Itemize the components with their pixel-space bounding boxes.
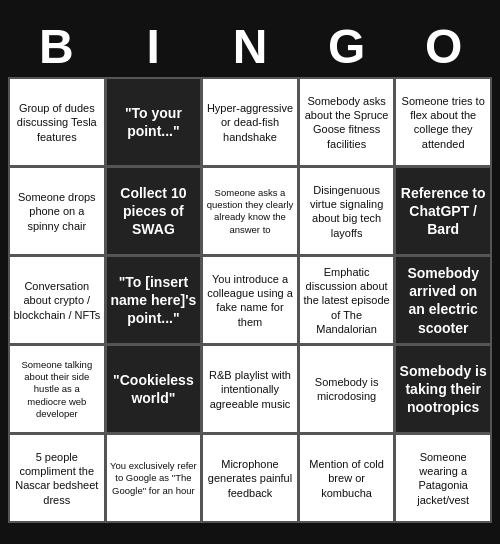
bingo-cell-16: "Cookieless world" <box>107 346 201 432</box>
title-letter-i: I <box>109 21 197 74</box>
bingo-cell-12: You introduce a colleague using a fake n… <box>203 257 297 343</box>
bingo-grid: Group of dudes discussing Tesla features… <box>8 77 492 523</box>
bingo-card: BINGO Group of dudes discussing Tesla fe… <box>0 13 500 532</box>
bingo-cell-3: Somebody asks about the Spruce Goose fit… <box>300 79 394 165</box>
bingo-cell-15: Someone talking about their side hustle … <box>10 346 104 432</box>
bingo-title: BINGO <box>8 21 492 74</box>
bingo-cell-17: R&B playlist with intentionally agreeabl… <box>203 346 297 432</box>
bingo-cell-11: "To [insert name here]'s point..." <box>107 257 201 343</box>
title-letter-b: B <box>12 21 100 74</box>
title-letter-n: N <box>206 21 294 74</box>
bingo-cell-10: Conversation about crypto / blockchain /… <box>10 257 104 343</box>
bingo-cell-18: Somebody is microdosing <box>300 346 394 432</box>
bingo-cell-4: Someone tries to flex about the college … <box>396 79 490 165</box>
title-letter-o: O <box>400 21 488 74</box>
bingo-cell-13: Emphatic discussion about the latest epi… <box>300 257 394 343</box>
bingo-cell-24: Someone wearing a Patagonia jacket/vest <box>396 435 490 521</box>
bingo-cell-0: Group of dudes discussing Tesla features <box>10 79 104 165</box>
bingo-cell-14: Somebody arrived on an electric scooter <box>396 257 490 343</box>
bingo-cell-20: 5 people compliment the Nascar bedsheet … <box>10 435 104 521</box>
bingo-cell-23: Mention of cold brew or kombucha <box>300 435 394 521</box>
bingo-cell-6: Collect 10 pieces of SWAG <box>107 168 201 254</box>
title-letter-g: G <box>303 21 391 74</box>
bingo-cell-8: Disingenuous virtue signaling about big … <box>300 168 394 254</box>
bingo-cell-22: Microphone generates painful feedback <box>203 435 297 521</box>
bingo-cell-1: "To your point..." <box>107 79 201 165</box>
bingo-cell-5: Someone drops phone on a spinny chair <box>10 168 104 254</box>
bingo-cell-2: Hyper-aggressive or dead-fish handshake <box>203 79 297 165</box>
bingo-cell-21: You exclusively refer to Google as "The … <box>107 435 201 521</box>
bingo-cell-9: Reference to ChatGPT / Bard <box>396 168 490 254</box>
bingo-cell-19: Somebody is taking their nootropics <box>396 346 490 432</box>
bingo-cell-7: Someone asks a question they clearly alr… <box>203 168 297 254</box>
